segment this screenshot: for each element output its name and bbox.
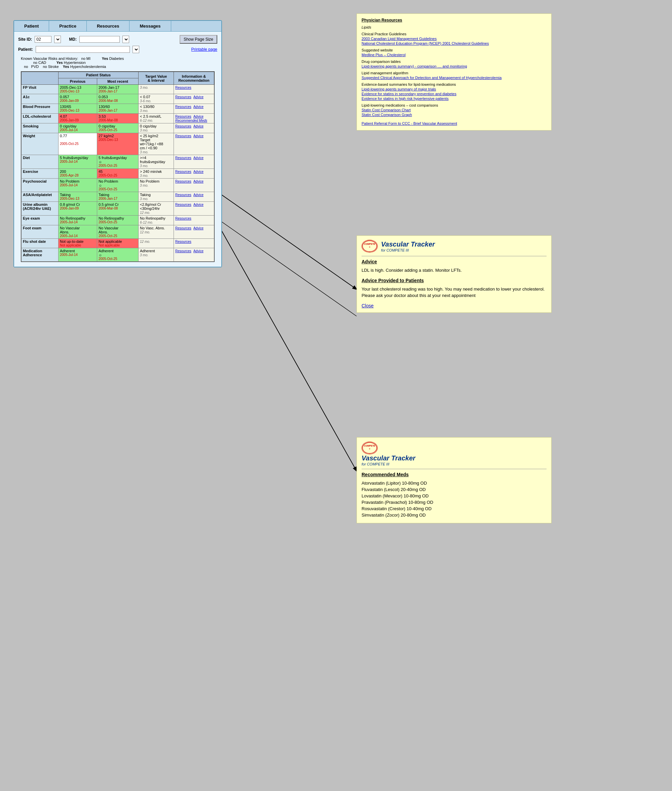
resources-link-eye[interactable]: Resources [175, 217, 191, 220]
row-recent-eye: No Retinopathy2005-Oct-25 [97, 216, 139, 225]
resources-link-foot[interactable]: Resources [175, 226, 191, 230]
advice-link-ldl[interactable]: Advice [194, 115, 203, 118]
resources-link-exercise[interactable]: Resources [175, 170, 191, 174]
row-info-psychosocial: Resources Advice [174, 179, 214, 192]
row-target-weight: < 25 kg/m2Targetwt=71kg / <88cm / <0.903… [139, 133, 174, 155]
printable-page-link[interactable]: Printable page [191, 47, 217, 52]
med-item-3: Lovastatin (Mevacor) 10-80mg OD [362, 493, 547, 499]
nav-messages[interactable]: Messages [130, 21, 171, 31]
advice-provided-title: Advice Provided to Patients [362, 278, 547, 283]
recommended-meds-link-ldl[interactable]: Recommended Meds [175, 119, 207, 122]
row-label-urine: Urine albumin (ACR/24hr UAE) [22, 202, 59, 216]
row-recent-ldl: 3.532006-Mar-08 [97, 113, 139, 123]
evidence-link-2[interactable]: Evidence for statins in secondary preven… [362, 92, 547, 96]
row-recent-psychosocial: No Problem ☺ 2005-Oct-25 [97, 179, 139, 192]
row-label-smoking: Smoking [22, 123, 59, 133]
patient-select[interactable]: ▼ [133, 46, 139, 53]
show-page-size-button[interactable]: Show Page Size [179, 35, 217, 44]
table-row: FP Visit 2005-Dec-132005-Dec-13 2006-Jan… [22, 85, 214, 94]
row-target-fp-visit: 3 mo. [139, 85, 174, 94]
row-label-a1c: A1c [22, 94, 59, 104]
main-application-window: Patient Practice Resources Messages Site… [13, 20, 222, 267]
advice-link-asa[interactable]: Advice [194, 193, 203, 197]
advice-link-smoking[interactable]: Advice [194, 125, 203, 128]
row-prev-eye: No Retinopathy2005-Jul-14 [59, 216, 97, 225]
resources-link-psychosocial[interactable]: Resources [175, 180, 191, 183]
row-label-psychosocial: Psychosocial [22, 179, 59, 192]
evidence-link-3[interactable]: Evidence for statins in high risk hypert… [362, 96, 547, 101]
advice-link-diet[interactable]: Advice [194, 156, 203, 160]
resources-link-diet[interactable]: Resources [175, 156, 191, 160]
meds-panel: COMPETE ® Vascular Tracker for COMPETE I… [357, 437, 552, 523]
medline-link[interactable]: Medline Plus – Cholesterol [362, 53, 547, 57]
cpg-link-1[interactable]: 2003 Canadian Lipid Management Guideline… [362, 37, 547, 41]
patient-input[interactable] [36, 46, 130, 53]
vascular-tracker-subtitle: for COMPETE III [381, 248, 435, 252]
row-prev-fp-visit: 2005-Dec-132005-Dec-13 [59, 85, 97, 94]
advice-link-psychosocial[interactable]: Advice [194, 180, 203, 183]
svg-text:®: ® [369, 246, 370, 248]
patient-label: Patient: [18, 47, 33, 52]
meds-title: Recommended Meds [362, 472, 547, 477]
referral-link[interactable]: Patient Referral Form to CCC - Brief Vas… [362, 121, 547, 125]
resources-link-urine[interactable]: Resources [175, 203, 191, 206]
table-row: Psychosocial No Problem2005-Jul-14 No Pr… [22, 179, 214, 192]
evidence-link-1[interactable]: Lipid-lowering agents summary of major t… [362, 87, 547, 91]
cost-link-1[interactable]: Statin Cost Comparison Chart [362, 108, 547, 112]
row-recent-medadherence: Adherent ☺ 2005-Oct-25 [97, 248, 139, 262]
resources-link-weight[interactable]: Resources [175, 134, 191, 138]
resources-link-smoking[interactable]: Resources [175, 125, 191, 128]
nav-practice[interactable]: Practice [49, 21, 87, 31]
advice-link-a1c[interactable]: Advice [194, 95, 203, 99]
table-header-info: Information &Recommendation [174, 72, 214, 85]
resources-link-flu[interactable]: Resources [175, 240, 191, 243]
row-info-asa: Resources Advice [174, 192, 214, 202]
vascular-risks-label: Known Vascular Risks and History: [21, 56, 78, 61]
row-recent-flu: Not applicableNot applicable [97, 239, 139, 248]
table-row: Weight 0.77 2005-Oct-25 27 kg/m2 2005-De… [22, 133, 214, 155]
table-row: Flu shot date Not up-to-dateNot applicab… [22, 239, 214, 248]
advice-link-exercise[interactable]: Advice [194, 170, 203, 174]
site-id-select[interactable]: ▼ [54, 36, 61, 43]
md-input[interactable] [79, 36, 120, 43]
row-target-psychosocial: No Problem3 mo. [139, 179, 174, 192]
row-prev-diet: 5 fruits&vegs/day2005-Jul-14 [59, 155, 97, 169]
row-label-asa: ASA/Antiplatelet [22, 192, 59, 202]
drug-link-1[interactable]: Lipid-lowering agents summary) - compari… [362, 64, 547, 68]
advice-link-medadherence[interactable]: Advice [194, 249, 203, 253]
row-recent-diet: 5 fruits&vegs/day ☺ 2005-Oct-25 [97, 155, 139, 169]
resources-link-bp[interactable]: Resources [175, 105, 191, 109]
resources-link-medadherence[interactable]: Resources [175, 249, 191, 253]
patient-row: Patient: ▼ Printable page [18, 46, 217, 53]
resources-link-fp-visit[interactable]: Resources [175, 86, 191, 89]
advice-link-weight[interactable]: Advice [194, 134, 203, 138]
resources-link-ldl[interactable]: Resources [175, 115, 191, 118]
close-button[interactable]: Close [362, 303, 547, 308]
site-id-input[interactable] [35, 36, 51, 43]
row-recent-bp: 130/602006-Jan-17 [97, 104, 139, 113]
cost-link-2[interactable]: Statin Cost Comparison Graph [362, 113, 547, 117]
table-header-empty [22, 72, 59, 85]
md-select[interactable]: ▼ [122, 36, 129, 43]
advice-link-foot[interactable]: Advice [194, 226, 203, 230]
resources-link-asa[interactable]: Resources [175, 193, 191, 197]
row-label-ldl: LDL-cholesterol [22, 113, 59, 123]
algorithm-link[interactable]: Suggested Clinical Approach for Detectio… [362, 76, 547, 80]
advice-link-bp[interactable]: Advice [194, 105, 203, 109]
row-prev-medadherence: Adherent2005-Jul-14 [59, 248, 97, 262]
table-row: Medication Adherence Adherent2005-Jul-14… [22, 248, 214, 262]
row-label-bp: Blood Pressure [22, 104, 59, 113]
row-info-bp: Resources Advice [174, 104, 214, 113]
tracker-header-meds: COMPETE ® Vascular Tracker for COMPETE I… [362, 441, 547, 466]
nav-patient[interactable]: Patient [14, 21, 49, 31]
algorithm-label: Lipid management algorithm [362, 71, 547, 75]
advice-link-urine[interactable]: Advice [194, 203, 203, 206]
cpg-link-2[interactable]: National Cholesterol Education Program (… [362, 42, 547, 45]
table-row: Exercise 2002005-Apr-28 452005-Oct-25 > … [22, 169, 214, 179]
advice-title: Advice [362, 259, 547, 264]
table-header-most-recent: Most recent [97, 78, 139, 85]
nav-resources[interactable]: Resources [87, 21, 130, 31]
row-recent-smoking: 0 cigs/day2005-Oct-25 [97, 123, 139, 133]
compete-logo-advice: COMPETE ® [362, 240, 378, 252]
resources-link-a1c[interactable]: Resources [175, 95, 191, 99]
